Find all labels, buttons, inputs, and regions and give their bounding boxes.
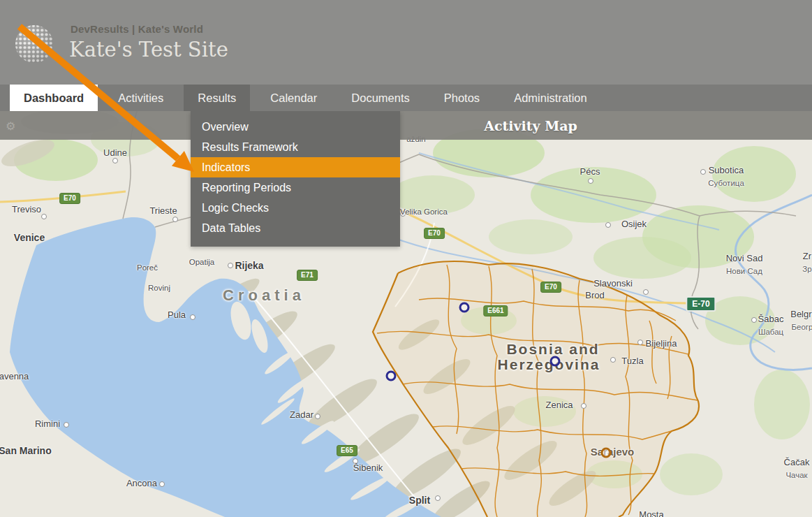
map-label: Pula — [168, 310, 186, 320]
tab-calendar[interactable]: Calendar — [256, 85, 331, 111]
activity-map[interactable]: UdineTrevisoVeniceTriesteaždinVelika Gor… — [0, 111, 812, 517]
activity-location-marker[interactable] — [601, 448, 612, 458]
city-dot — [605, 222, 611, 228]
road-badge: E71 — [297, 270, 318, 281]
road-badge: E65 — [337, 445, 357, 456]
map-label: Brod — [585, 290, 604, 300]
city-dot — [159, 481, 165, 487]
city-dot — [172, 217, 178, 222]
city-dot — [610, 357, 616, 363]
road-badge: E-70 — [686, 296, 716, 312]
map-label: Ancona — [126, 478, 157, 488]
city-dot — [643, 289, 649, 295]
city-dot — [435, 495, 441, 501]
map-label: Udine — [103, 147, 127, 158]
map-label: Pécs — [580, 166, 600, 177]
map-label: Opatija — [189, 258, 214, 266]
map-label: Суботица — [708, 179, 744, 187]
activity-location-marker[interactable] — [386, 371, 397, 381]
city-dot — [41, 214, 47, 219]
brand-title: DevResults | Kate's World — [71, 23, 203, 35]
map-label: Herzegovina — [498, 356, 600, 373]
map-label: Zr — [803, 251, 811, 261]
activity-location-marker[interactable] — [550, 356, 561, 367]
panel-title: Activity Map — [484, 118, 577, 133]
menu-item-results-framework[interactable]: Results Framework — [191, 137, 400, 157]
map-label: Poreč — [137, 263, 158, 272]
map-label: Беогр — [792, 323, 812, 331]
map-label: Rimini — [35, 418, 60, 429]
city-dot — [581, 403, 586, 409]
map-label: Чачак — [785, 471, 807, 479]
map-label: Šabac — [758, 314, 784, 324]
road-badge: E70 — [540, 282, 561, 293]
city-dot — [228, 263, 233, 268]
site-title: Kate's Test Site — [69, 38, 228, 61]
map-label: Зр — [802, 265, 811, 273]
city-dot — [700, 169, 706, 175]
road-badge: E661 — [483, 305, 508, 316]
activity-location-marker[interactable] — [459, 303, 470, 313]
menu-item-reporting-periods[interactable]: Reporting Periods — [191, 177, 400, 198]
city-dot — [190, 314, 195, 320]
city-dot — [315, 414, 320, 419]
panel-bar: ⚙ Activity Map — [0, 111, 812, 140]
tab-administration[interactable]: Administration — [500, 85, 601, 111]
map-label: Croatia — [223, 286, 305, 305]
map-label: Venice — [14, 232, 45, 243]
tab-dashboard[interactable]: Dashboard — [10, 85, 98, 111]
gear-icon[interactable]: ⚙ — [6, 119, 15, 132]
tab-documents[interactable]: Documents — [337, 85, 423, 111]
menu-item-logic-checks[interactable]: Logic Checks — [191, 198, 400, 218]
map-label: Mosta — [639, 509, 663, 517]
map-label: Bijeljina — [646, 338, 677, 349]
map-label: Sarajevo — [591, 446, 635, 458]
map-label: Slavonski — [593, 278, 633, 289]
map-label: Subotica — [709, 165, 744, 175]
results-dropdown: Overview Results Framework Indicators Re… — [191, 111, 400, 247]
map-label: Zadar — [290, 409, 313, 420]
map-label: Split — [409, 495, 430, 506]
road-badge: E70 — [59, 193, 80, 204]
map-label: Čačak — [784, 457, 810, 467]
city-dot — [637, 340, 643, 345]
map-label: Velika Gorica — [400, 207, 448, 216]
map-label: Osijek — [621, 219, 647, 229]
map-label: Шабац — [758, 328, 783, 336]
app-header: DevResults | Kate's World Kate's Test Si… — [0, 0, 812, 85]
map-label-layer: UdineTrevisoVeniceTriesteaždinVelika Gor… — [0, 111, 812, 517]
map-label: Zenica — [545, 400, 573, 410]
tab-activities[interactable]: Activities — [104, 85, 177, 111]
globe-logo-icon[interactable] — [14, 24, 54, 64]
map-label: Tuzla — [621, 356, 643, 366]
road-badge: E70 — [424, 228, 445, 239]
map-label: Belgra — [790, 309, 812, 319]
main-nav: Dashboard Activities Results Calendar Do… — [0, 85, 812, 111]
tab-photos[interactable]: Photos — [430, 85, 494, 111]
city-dot — [588, 178, 593, 184]
city-dot — [112, 158, 118, 163]
city-dot — [751, 317, 757, 323]
map-label: San Marino — [0, 445, 52, 456]
city-dot — [64, 422, 69, 428]
menu-item-data-tables[interactable]: Data Tables — [191, 218, 400, 238]
map-label: Rijeka — [235, 260, 263, 271]
map-label: Нови Сад — [726, 267, 762, 275]
map-label: avenna — [0, 371, 29, 381]
map-label: Treviso — [12, 204, 41, 214]
menu-item-indicators[interactable]: Indicators — [191, 157, 400, 177]
map-label: Šibenik — [353, 463, 383, 473]
menu-item-overview[interactable]: Overview — [191, 117, 400, 137]
map-label: Trieste — [149, 205, 177, 216]
tab-results[interactable]: Results — [184, 85, 250, 111]
map-label: Rovinj — [148, 284, 170, 292]
map-label: Bosnia and — [506, 341, 599, 358]
map-label: Novi Sad — [726, 253, 763, 263]
